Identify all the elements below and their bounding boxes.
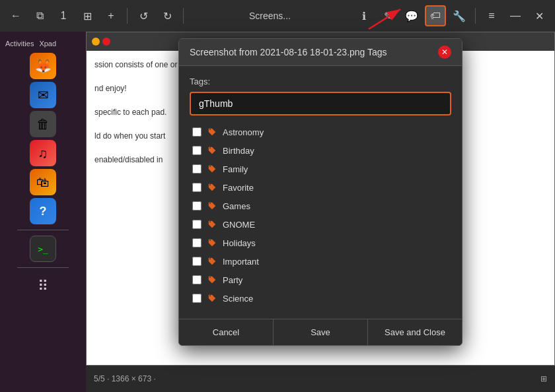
tag-name-party: Party — [223, 275, 242, 285]
tag-item-astronomy[interactable]: Astronomy — [190, 123, 451, 141]
tag-item-birthday[interactable]: Birthday — [190, 142, 451, 159]
tag-checkbox-holidays[interactable] — [192, 238, 202, 247]
hamburger-button[interactable]: ≡ — [481, 5, 502, 26]
tag-button[interactable]: 🏷 — [425, 5, 446, 26]
tag-checkbox-family[interactable] — [192, 164, 202, 174]
sidebar-divider-1 — [17, 230, 69, 230]
undo-button[interactable]: ↺ — [133, 5, 154, 26]
tags-label: Tags: — [190, 77, 451, 86]
tag-icon-important — [207, 256, 217, 267]
dialog-footer: Cancel Save Save and Close — [179, 319, 462, 345]
tag-item-games[interactable]: Games — [190, 197, 451, 214]
tag-icon-birthday — [207, 145, 217, 156]
tag-item-gnome[interactable]: GNOME — [190, 216, 451, 233]
tag-name-astronomy: Astronomy — [223, 127, 264, 137]
sidebar-item-store[interactable]: 🛍 — [30, 169, 56, 195]
save-button[interactable]: Save — [274, 319, 368, 345]
tag-name-favorite: Favorite — [223, 183, 254, 193]
tag-icon-science — [207, 293, 217, 304]
tag-icon-party — [207, 275, 217, 285]
tag-checkbox-astronomy[interactable] — [192, 127, 202, 137]
sidebar-item-email[interactable]: ✉ — [30, 82, 56, 108]
sidebar: Activities Xpad 🦊 ✉ 🗑 ♫ 🛍 ? >_ ⠿ — [0, 32, 86, 392]
tag-checkbox-party[interactable] — [192, 275, 202, 284]
top-toolbar: ← ⧉ 1 ⊞ + ↺ ↻ Screens... ℹ ✎ 💬 🏷 🔧 ≡ — ✕ — [0, 0, 555, 32]
tag-name-gnome: GNOME — [223, 220, 255, 230]
separator-1 — [127, 8, 128, 24]
sidebar-item-apps[interactable]: ⠿ — [30, 273, 56, 300]
tag-item-important[interactable]: Important — [190, 253, 451, 270]
tag-item-holidays[interactable]: Holidays — [190, 234, 451, 251]
activities-label: Activities — [5, 40, 34, 48]
dialog-title: Screenshot from 2021-08-16 18-01-23.png … — [190, 47, 387, 57]
tag-item-party[interactable]: Party — [190, 271, 451, 288]
save-and-close-button[interactable]: Save and Close — [368, 319, 462, 345]
tag-name-holidays: Holidays — [223, 238, 256, 248]
tag-icon-favorite — [207, 182, 217, 193]
tag-item-science[interactable]: Science — [190, 290, 451, 307]
minimize-button[interactable]: — — [505, 5, 526, 26]
tag-checkbox-games[interactable] — [192, 201, 202, 211]
comment-button[interactable]: 💬 — [401, 5, 422, 26]
tag-icon-games — [207, 201, 217, 211]
dialog-close-button[interactable]: ✕ — [438, 46, 451, 59]
tag-name-birthday: Birthday — [223, 146, 254, 156]
cancel-button[interactable]: Cancel — [179, 319, 274, 345]
tag-checkbox-science[interactable] — [192, 294, 202, 303]
tags-dialog: Screenshot from 2021-08-16 18-01-23.png … — [178, 38, 462, 346]
tag-checkbox-gnome[interactable] — [192, 220, 202, 229]
sidebar-item-music[interactable]: ♫ — [30, 140, 56, 166]
close-window-button[interactable]: ✕ — [529, 5, 550, 26]
xpad-label: Xpad — [39, 40, 56, 48]
sidebar-divider-2 — [17, 267, 69, 268]
sidebar-item-terminal[interactable]: >_ — [30, 236, 56, 262]
dialog-body: Tags: Astronomy Birthday Family Favorite… — [179, 66, 462, 319]
tag-item-family[interactable]: Family — [190, 160, 451, 178]
toolbar-title: Screens... — [189, 11, 351, 21]
tag-name-important: Important — [223, 257, 259, 267]
tag-checkbox-important[interactable] — [192, 257, 202, 266]
tag-icon-family — [207, 164, 217, 174]
sidebar-item-firefox[interactable]: 🦊 — [30, 53, 56, 79]
separator-2 — [183, 8, 184, 24]
main-area: Activities Xpad 🦊 ✉ 🗑 ♫ 🛍 ? >_ ⠿ ssion c… — [0, 32, 555, 392]
info-button[interactable]: ℹ — [353, 5, 375, 26]
tag-icon-gnome — [207, 219, 217, 230]
tag-name-family: Family — [223, 164, 248, 174]
tag-item-favorite[interactable]: Favorite — [190, 179, 451, 196]
tag-checkbox-birthday[interactable] — [192, 146, 202, 155]
sidebar-top-bar: Activities Xpad — [0, 37, 86, 50]
redo-button[interactable]: ↻ — [157, 5, 178, 26]
wrench-button[interactable]: 🔧 — [449, 5, 470, 26]
tag-name-games: Games — [223, 201, 250, 211]
tags-input[interactable] — [190, 92, 451, 115]
pencil-button[interactable]: ✎ — [377, 5, 398, 26]
separator-3 — [475, 8, 476, 24]
tag-checkbox-favorite[interactable] — [192, 183, 202, 192]
content-pane: ssion consists of one or nd enjoy! speci… — [86, 32, 555, 392]
tag-icon-holidays — [207, 238, 217, 248]
sidebar-item-help[interactable]: ? — [30, 198, 56, 224]
dialog-overlay: Screenshot from 2021-08-16 18-01-23.png … — [86, 32, 555, 392]
duplicate-button[interactable]: ⧉ — [29, 5, 50, 26]
grid-button[interactable]: ⊞ — [77, 5, 98, 26]
add-button[interactable]: + — [100, 5, 122, 26]
dialog-titlebar: Screenshot from 2021-08-16 18-01-23.png … — [179, 39, 462, 66]
tag-name-science: Science — [223, 294, 253, 304]
sidebar-item-trash[interactable]: 🗑 — [30, 111, 56, 137]
back-button[interactable]: ← — [5, 5, 26, 26]
tag-list: Astronomy Birthday Family Favorite Games… — [190, 123, 451, 308]
page1-button[interactable]: 1 — [53, 5, 74, 26]
tag-icon-astronomy — [207, 127, 217, 137]
